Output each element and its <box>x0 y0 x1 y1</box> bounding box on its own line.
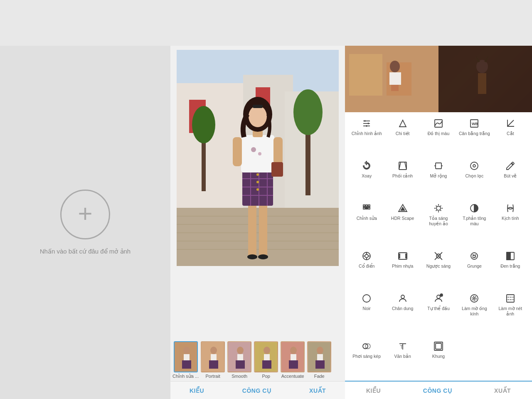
bottom-tab-middle-0[interactable]: KIỂU <box>185 386 208 396</box>
tool-item-10[interactable]: Chỉnh sửa <box>349 199 384 246</box>
tool-icon-26: T <box>398 340 408 352</box>
tool-label-10: Chỉnh sửa <box>357 216 377 222</box>
tool-item-17[interactable]: Ngược sáng <box>421 247 456 288</box>
tool-item-7[interactable]: Mở rộng <box>421 157 456 198</box>
tool-label-23: Làm mờ ống kính <box>458 306 490 317</box>
tool-item-6[interactable]: Phối cảnh <box>385 157 420 198</box>
tool-item-16[interactable]: Phim nhựa <box>385 247 420 288</box>
svg-rect-44 <box>182 360 191 369</box>
tool-icon-20 <box>362 293 372 304</box>
tool-item-11[interactable]: HDR Scape <box>385 199 420 246</box>
svg-rect-33 <box>271 162 283 177</box>
tool-label-3: Cân bằng trắng <box>459 131 490 137</box>
thumbnail-4[interactable]: Accentuate <box>280 341 305 379</box>
tool-icon-2 <box>433 118 443 129</box>
thumbnail-0[interactable]: Chỉnh sửa ... <box>172 341 199 379</box>
bottom-tab-middle-1[interactable]: CÔNG CỤ <box>238 386 276 396</box>
svg-point-52 <box>237 347 244 354</box>
tool-label-11: HDR Scape <box>391 216 414 222</box>
thumbnail-img-0 <box>174 341 198 372</box>
svg-point-18 <box>247 254 257 259</box>
thumbnail-label-5: Fade <box>314 374 325 379</box>
thumbnail-img-1 <box>201 341 225 372</box>
bottom-tab-middle-2[interactable]: XUẤT <box>305 386 330 396</box>
tool-label-16: Phim nhựa <box>392 264 413 269</box>
right-tab-1[interactable]: CÔNG CỤ <box>419 386 456 396</box>
svg-point-98 <box>365 207 368 209</box>
tool-label-5: Xoay <box>362 173 372 179</box>
tool-icon-15 <box>362 250 372 262</box>
thumbnail-1[interactable]: Portrait <box>200 341 225 379</box>
tool-label-20: Noir <box>363 306 371 312</box>
thumbnail-5[interactable]: Fade <box>307 341 332 379</box>
tool-icon-21 <box>398 293 408 304</box>
right-tab-0[interactable]: KIỂU <box>362 386 385 396</box>
svg-rect-130 <box>507 295 514 302</box>
thumbnail-img-2 <box>227 341 251 372</box>
thumbnail-2[interactable]: Smooth <box>227 341 252 379</box>
tool-label-4: Cắt <box>507 131 514 137</box>
tool-label-9: Bút vẽ <box>504 173 517 179</box>
right-tab-2[interactable]: XUẤT <box>490 386 515 396</box>
svg-rect-30 <box>241 135 274 172</box>
svg-rect-64 <box>289 360 298 369</box>
tool-item-0[interactable]: Chỉnh hình ảnh <box>349 114 384 156</box>
plus-icon: + <box>78 201 92 226</box>
svg-point-47 <box>210 347 217 354</box>
tool-icon-8 <box>469 160 479 172</box>
tool-item-27[interactable]: Khung <box>421 337 456 379</box>
thumbnail-3[interactable]: Pop <box>254 341 278 379</box>
tool-item-4[interactable]: Cắt <box>493 114 528 156</box>
svg-rect-93 <box>436 163 441 169</box>
svg-point-73 <box>390 61 400 72</box>
tool-item-8[interactable]: Chọn lọc <box>457 157 492 198</box>
svg-point-42 <box>183 347 190 354</box>
tool-item-13[interactable]: T.phản tông màu <box>457 199 492 246</box>
tool-item-23[interactable]: Làm mờ ống kính <box>457 289 492 336</box>
left-panel[interactable]: + Nhấn vào bất cứ đâu để mở ảnh <box>0 46 170 399</box>
tool-item-22[interactable]: Tự thể đầu <box>421 289 456 336</box>
svg-point-15 <box>192 106 215 143</box>
svg-rect-139 <box>436 343 441 349</box>
tool-item-3[interactable]: WBCân bằng trắng <box>457 114 492 156</box>
tool-item-9[interactable]: Bút vẽ <box>493 157 528 198</box>
tool-item-2[interactable]: Đồ thị màu <box>421 114 456 156</box>
tool-item-20[interactable]: Noir <box>349 289 384 336</box>
tool-icon-6 <box>398 160 408 172</box>
tools-grid: Chỉnh hình ảnhChi tiếtĐồ thị màuWBCân bằ… <box>345 112 532 381</box>
svg-rect-115 <box>406 257 407 258</box>
tool-item-15[interactable]: Cổ điển <box>349 247 384 288</box>
svg-point-125 <box>437 295 440 298</box>
tool-icon-23 <box>469 293 479 304</box>
tool-item-21[interactable]: Chân dung <box>385 289 420 336</box>
main-photo-area <box>170 46 345 337</box>
preview-svg <box>345 46 532 112</box>
tool-item-19[interactable]: Đen trắng <box>493 247 528 288</box>
tool-item-1[interactable]: Chi tiết <box>385 114 420 156</box>
tool-icon-19 <box>505 250 515 262</box>
tool-label-17: Ngược sáng <box>426 264 451 269</box>
tool-icon-4 <box>505 118 515 129</box>
middle-panel: Chỉnh sửa ... Portrait Smooth Pop Accent… <box>170 46 345 399</box>
thumbnail-label-4: Accentuate <box>281 374 304 379</box>
tool-item-12[interactable]: Tỏa sáng huyền ảo <box>421 199 456 246</box>
svg-rect-32 <box>273 137 283 164</box>
svg-point-124 <box>401 295 404 298</box>
tool-icon-13 <box>469 202 479 214</box>
svg-rect-54 <box>236 360 245 369</box>
svg-point-127 <box>470 295 478 302</box>
main-content: + Nhấn vào bất cứ đâu để mở ảnh <box>0 46 532 399</box>
thumbnails-row: Chỉnh sửa ... Portrait Smooth Pop Accent… <box>170 337 345 381</box>
svg-rect-31 <box>233 137 242 166</box>
add-photo-button[interactable]: + <box>60 190 110 239</box>
top-bar <box>0 0 532 46</box>
tool-item-24[interactable]: Làm mờ nét ảnh <box>493 289 528 336</box>
tool-item-14[interactable]: Kịch tính <box>493 199 528 246</box>
tool-item-26[interactable]: TVăn bản <box>385 337 420 379</box>
tool-icon-17 <box>433 250 443 262</box>
tool-item-5[interactable]: Xoay <box>349 157 384 198</box>
tool-icon-25 <box>362 340 372 352</box>
tool-item-18[interactable]: Grunge <box>457 247 492 288</box>
tool-label-13: T.phản tông màu <box>458 216 490 227</box>
tool-item-25[interactable]: Phơi sáng kép <box>349 337 384 379</box>
